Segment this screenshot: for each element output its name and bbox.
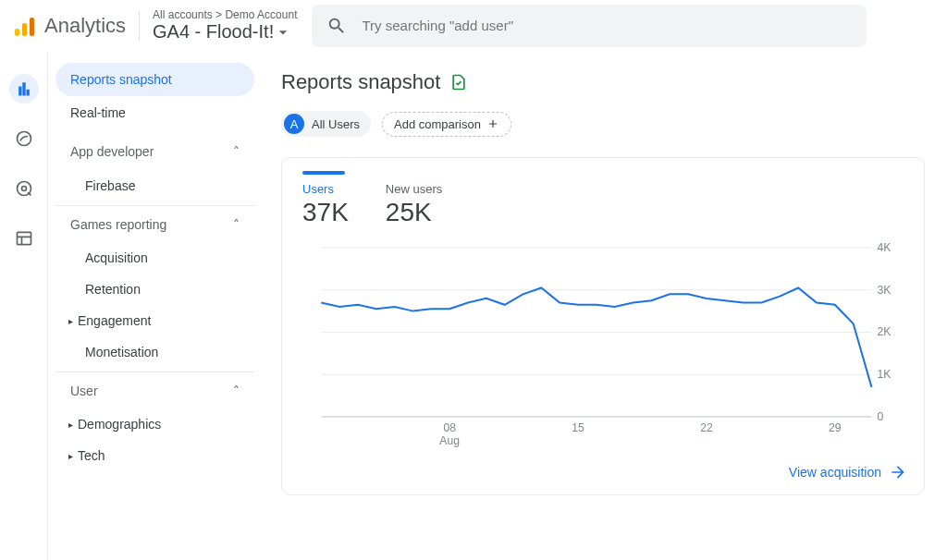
search-input[interactable] — [362, 18, 852, 33]
svg-text:0: 0 — [878, 410, 884, 423]
app-title: Analytics — [44, 14, 126, 38]
main-content: Reports snapshot A All Users Add compari… — [263, 52, 947, 560]
add-comparison-label: Add comparison — [394, 117, 481, 131]
sidebar-group-user[interactable]: User˄ — [55, 371, 254, 408]
add-comparison-button[interactable]: Add comparison — [382, 112, 511, 137]
rail-configure-icon[interactable] — [9, 224, 39, 253]
svg-text:08: 08 — [443, 421, 456, 434]
metric-label: Users — [302, 182, 349, 196]
svg-text:Aug: Aug — [439, 434, 460, 447]
property-selector[interactable]: GA4 - Flood-It! — [153, 21, 297, 43]
svg-text:4K: 4K — [878, 242, 892, 254]
customize-report-icon[interactable] — [449, 73, 468, 91]
svg-text:29: 29 — [829, 421, 842, 434]
search-box[interactable] — [312, 5, 867, 47]
sidebar-item-realtime[interactable]: Real-time — [55, 96, 254, 129]
sidebar-item-demographics[interactable]: ▸Demographics — [55, 408, 254, 440]
sidebar-item-acquisition[interactable]: Acquisition — [55, 242, 254, 274]
sidebar-item-firebase[interactable]: Firebase — [55, 170, 254, 201]
sidebar: Reports snapshot Real-time App developer… — [48, 52, 263, 560]
svg-text:22: 22 — [700, 421, 713, 434]
svg-text:2K: 2K — [878, 326, 892, 339]
metric-tab-users[interactable]: Users 37K — [302, 171, 349, 227]
sidebar-group-app-developer[interactable]: App developer˄ — [55, 133, 254, 170]
users-line-chart: 01K2K3K4K08Aug152229 — [302, 242, 904, 450]
svg-text:1K: 1K — [878, 368, 892, 381]
rail-explore-icon[interactable] — [9, 124, 39, 153]
plus-icon — [486, 117, 499, 130]
svg-text:15: 15 — [572, 421, 584, 434]
chip-all-users[interactable]: A All Users — [281, 111, 371, 137]
property-name: GA4 - Flood-It! — [153, 21, 274, 43]
arrow-right-icon — [889, 463, 907, 481]
search-icon — [326, 16, 347, 36]
page-title: Reports snapshot — [281, 70, 440, 94]
nav-rail — [0, 52, 48, 560]
chip-label: All Users — [312, 117, 360, 131]
sidebar-item-engagement[interactable]: ▸Engagement — [55, 305, 254, 336]
users-card: Users 37K New users 25K 01K2K3K4K08Aug15… — [281, 157, 925, 495]
sidebar-item-tech[interactable]: ▸Tech — [55, 440, 254, 471]
svg-point-2 — [21, 187, 26, 191]
svg-point-0 — [17, 132, 31, 146]
rail-advertising-icon[interactable] — [9, 174, 39, 203]
sidebar-item-monetisation[interactable]: Monetisation — [55, 336, 254, 368]
breadcrumb[interactable]: All accounts > Demo Account — [153, 8, 297, 21]
sidebar-group-games-reporting[interactable]: Games reporting˄ — [55, 205, 254, 242]
logo: Analytics — [15, 14, 126, 38]
svg-rect-3 — [17, 232, 31, 244]
sidebar-item-retention[interactable]: Retention — [55, 274, 254, 305]
svg-text:3K: 3K — [878, 284, 892, 297]
metric-label: New users — [386, 182, 442, 196]
chip-badge: A — [284, 114, 304, 134]
view-link-label: View acquisition — [789, 465, 881, 480]
metric-value: 37K — [302, 198, 349, 227]
view-acquisition-link[interactable]: View acquisition — [789, 463, 907, 481]
sidebar-item-reports-snapshot[interactable]: Reports snapshot — [55, 63, 254, 96]
metric-tab-new-users[interactable]: New users 25K — [386, 171, 442, 227]
metric-value: 25K — [386, 198, 442, 227]
rail-reports-icon[interactable] — [9, 74, 39, 103]
caret-down-icon — [274, 23, 292, 42]
